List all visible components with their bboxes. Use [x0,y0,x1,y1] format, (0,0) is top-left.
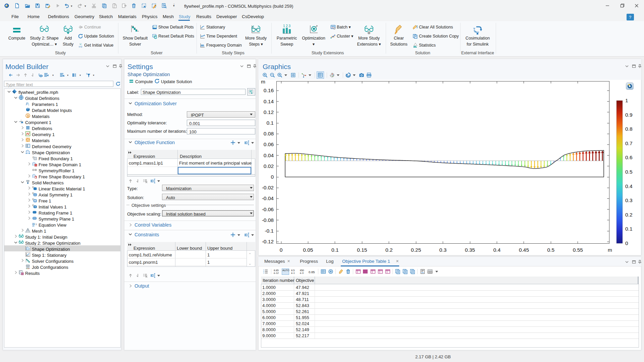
svg-text:0.35: 0.35 [465,247,475,253]
svg-text:0.12: 0.12 [264,109,274,115]
svg-text:-0.06: -0.06 [262,206,274,212]
svg-text:m: m [608,247,612,253]
svg-text:0: 0 [625,240,628,246]
svg-text:0.2: 0.2 [625,212,633,218]
svg-text:0.5: 0.5 [625,169,633,175]
svg-text:0.1: 0.1 [625,226,633,232]
svg-text:1: 1 [625,98,628,103]
svg-text:-0.12: -0.12 [262,239,274,244]
svg-text:0: 0 [280,247,283,253]
svg-text:0.16: 0.16 [264,87,274,93]
svg-text:0.25: 0.25 [411,247,421,253]
svg-text:0.05: 0.05 [303,247,313,253]
svg-text:0.3: 0.3 [625,197,633,203]
svg-text:0: 0 [271,174,274,180]
svg-text:0.04: 0.04 [264,153,274,158]
svg-text:t=0: t=0 [79,46,82,48]
svg-text:i: i [29,103,29,106]
svg-text:0.45: 0.45 [519,247,529,253]
svg-text:0.15: 0.15 [357,247,367,253]
svg-text:0.1: 0.1 [331,247,339,253]
svg-text::f: :f [35,223,37,226]
svg-text:0.55: 0.55 [573,247,583,253]
svg-text:-0.08: -0.08 [262,217,274,223]
svg-text:0.2: 0.2 [385,247,393,253]
svg-text:0.6: 0.6 [625,155,633,160]
svg-text:0.5: 0.5 [547,247,555,253]
svg-text:0.4: 0.4 [625,183,633,189]
svg-text:at: at [32,224,35,227]
svg-text:m: m [261,79,265,84]
svg-text:0.06: 0.06 [264,141,274,147]
svg-text:U: U [79,43,81,45]
svg-text:0.14: 0.14 [264,99,274,104]
svg-text:-0.1: -0.1 [265,228,274,234]
svg-text:0.8: 0.8 [625,126,633,132]
svg-text:-0.04: -0.04 [262,195,274,201]
svg-text:0.7: 0.7 [625,140,633,146]
svg-text:0.3: 0.3 [439,247,447,253]
svg-text:0.08: 0.08 [264,131,274,136]
svg-text:-0.02: -0.02 [262,185,274,190]
svg-text:0.02: 0.02 [264,163,274,169]
svg-text:0.9: 0.9 [625,112,633,118]
svg-text:0.1: 0.1 [266,120,274,126]
svg-text:1 2 3: 1 2 3 [283,24,291,28]
svg-text:0.4: 0.4 [493,247,501,253]
